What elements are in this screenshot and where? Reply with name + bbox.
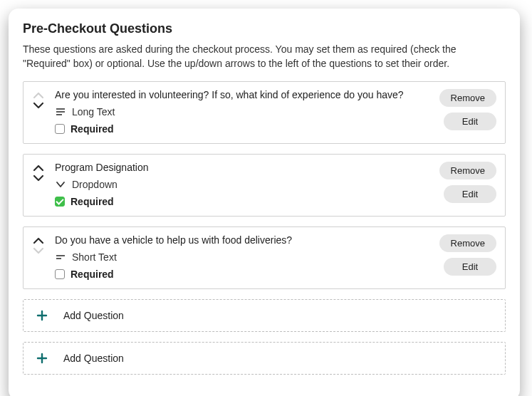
reorder-control [31,163,46,183]
add-question-button[interactable]: Add Question [23,342,506,375]
required-checkbox[interactable] [55,269,65,279]
question-list: Are you interested in volunteering? If s… [23,81,506,289]
add-question-label: Add Question [63,310,124,321]
pre-checkout-panel: Pre-Checkout Questions These questions a… [9,9,520,396]
question-type-label: Dropdown [72,179,118,190]
reorder-control [31,236,46,256]
move-up-button[interactable] [31,163,46,173]
move-up-button[interactable] [31,236,46,246]
question-body: Program DesignationDropdownRequired [55,162,431,207]
question-actions: RemoveEdit [439,234,496,276]
required-row: Required [55,123,431,135]
long-text-icon [55,106,66,118]
edit-button[interactable]: Edit [444,113,496,130]
question-body: Are you interested in volunteering? If s… [55,89,431,135]
question-text: Do you have a vehicle to help us with fo… [55,234,431,246]
required-label: Required [71,269,114,280]
add-question-button[interactable]: Add Question [23,299,506,332]
page-subtitle: These questions are asked during the che… [23,42,506,71]
plus-icon [36,310,48,321]
edit-button[interactable]: Edit [444,185,496,203]
required-checkbox[interactable] [55,197,65,207]
question-type: Dropdown [55,179,431,190]
question-type-label: Short Text [72,251,117,263]
question-text: Program Designation [55,162,431,173]
move-up-button [31,90,46,100]
question-actions: RemoveEdit [439,89,496,130]
question-body: Do you have a vehicle to help us with fo… [55,234,431,280]
move-down-button[interactable] [31,173,46,183]
reorder-control [31,90,46,110]
required-label: Required [71,196,114,207]
question-type-label: Long Text [72,106,115,118]
short-text-icon [55,251,66,263]
add-question-list: Add QuestionAdd Question [23,299,506,375]
question-row: Program DesignationDropdownRequiredRemov… [23,154,506,217]
required-row: Required [55,196,431,207]
remove-button[interactable]: Remove [439,162,496,179]
question-row: Do you have a vehicle to help us with fo… [23,226,506,289]
add-question-label: Add Question [63,353,124,364]
remove-button[interactable]: Remove [439,234,496,252]
required-checkbox[interactable] [55,124,65,134]
edit-button[interactable]: Edit [444,258,496,276]
required-label: Required [71,123,114,135]
plus-icon [36,353,48,364]
move-down-button[interactable] [31,100,46,110]
required-row: Required [55,269,431,280]
page-title: Pre-Checkout Questions [23,21,506,36]
question-text: Are you interested in volunteering? If s… [55,89,431,100]
question-actions: RemoveEdit [439,162,496,203]
question-type: Short Text [55,251,431,263]
move-down-button [31,246,46,256]
remove-button[interactable]: Remove [439,89,496,107]
question-row: Are you interested in volunteering? If s… [23,81,506,144]
dropdown-icon [55,179,66,190]
question-type: Long Text [55,106,431,118]
